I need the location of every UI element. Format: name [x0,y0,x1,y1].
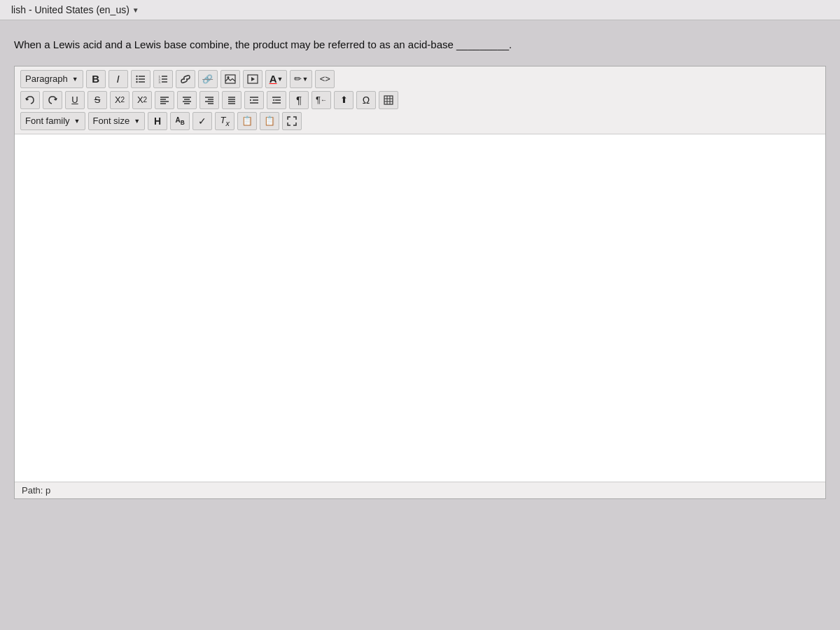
image-icon [225,74,236,84]
language-dropdown-arrow[interactable]: ▼ [132,6,139,14]
toolbar-row-1: Paragraph ▼ B I [19,69,821,89]
language-selector[interactable]: lish - United States (en_us) [11,4,130,15]
formatting-ab-icon: AB [176,116,185,126]
outdent-icon [272,95,281,105]
text-color-arrow: ▼ [276,76,283,83]
superscript-icon: 2 [144,96,148,104]
editor-body[interactable] [15,134,825,498]
font-family-label: Font family [25,115,70,126]
main-content: When a Lewis acid and a Lewis base combi… [0,20,840,510]
justify-icon [227,95,237,105]
question-text: When a Lewis acid and a Lewis base combi… [14,37,826,53]
svg-text:3.: 3. [158,80,160,83]
svg-marker-35 [250,99,252,101]
media-icon [247,74,258,84]
toolbar: Paragraph ▼ B I [15,66,825,134]
media-button[interactable] [243,70,262,88]
svg-point-4 [136,78,137,79]
link-button[interactable] [176,70,195,88]
ordered-list-icon: 1. 2. 3. [158,74,168,84]
clear-format-icon: Tx [220,115,229,127]
check-button[interactable]: ✓ [192,112,212,130]
paragraph-label: Paragraph [25,74,68,84]
pilcrow2-button[interactable]: ¶← [312,91,331,109]
fullscreen-icon [287,116,297,126]
svg-marker-39 [273,99,275,101]
align-center-icon [182,95,192,105]
clear-format-button[interactable]: Tx [215,112,234,130]
svg-marker-15 [251,77,255,81]
align-left-icon [160,95,169,105]
path-bar: Path: p [15,482,825,498]
indent-icon [249,95,259,105]
editor-container: Paragraph ▼ B I [14,66,826,499]
heading-button[interactable]: H [148,112,167,130]
underline-button[interactable]: U [65,91,85,109]
font-family-arrow: ▼ [74,118,80,125]
toolbar-row-3: Font family ▼ Font size ▼ H AB ✓ Tx 📋 📋 [19,111,821,131]
table-icon [384,95,393,105]
omega-button[interactable]: Ω [356,91,376,109]
source-button[interactable]: <> [315,70,335,88]
subscript-icon: 2 [121,96,125,104]
justify-button[interactable] [222,91,241,109]
strikethrough-button[interactable]: S [88,91,107,109]
highlight-arrow: ▼ [302,76,308,83]
indent-button[interactable] [244,91,264,109]
link-icon [180,74,191,84]
paragraph-dropdown[interactable]: Paragraph ▼ [20,70,83,88]
image-button[interactable] [220,70,240,88]
subscript-button[interactable]: X2 [110,91,130,109]
path-text: Path: p [22,485,50,496]
svg-rect-12 [225,75,235,83]
align-right-icon [204,95,214,105]
align-left-button[interactable] [155,91,174,109]
toolbar-row-2: U S X2 X2 [19,90,821,110]
copy-button[interactable]: 📋 [237,112,257,130]
align-center-button[interactable] [177,91,197,109]
outdent-button[interactable] [267,91,286,109]
text-color-button[interactable]: A ▼ [265,70,288,88]
undo-button[interactable] [20,91,40,109]
italic-button[interactable]: I [108,70,128,88]
highlight-icon: ✏ [294,74,302,84]
font-size-label: Font size [93,115,130,126]
text-color-icon: A [270,73,277,85]
unlink-button[interactable]: 🔗 [198,70,218,88]
svg-point-5 [136,80,137,82]
font-size-dropdown[interactable]: Font size ▼ [88,112,146,130]
formatting-button[interactable]: AB [170,112,190,130]
paste-button[interactable]: 📋 [260,112,279,130]
fullscreen-button[interactable] [282,112,302,130]
pilcrow-button[interactable]: ¶ [289,91,309,109]
svg-point-3 [136,75,137,76]
undo-icon [25,95,35,105]
paragraph-arrow: ▼ [72,76,78,83]
redo-button[interactable] [43,91,62,109]
ordered-list-button[interactable]: 1. 2. 3. [153,70,173,88]
top-bar: lish - United States (en_us) ▼ [0,0,840,20]
align-right-button[interactable] [200,91,219,109]
upload-button[interactable]: ⬆ [334,91,354,109]
bold-button[interactable]: B [86,70,106,88]
font-size-arrow: ▼ [134,118,140,125]
svg-rect-40 [384,96,393,104]
table-button[interactable] [379,91,398,109]
superscript-button[interactable]: X2 [132,91,152,109]
font-family-dropdown[interactable]: Font family ▼ [20,112,85,130]
redo-icon [48,95,57,105]
unordered-list-button[interactable] [131,70,150,88]
highlight-button[interactable]: ✏ ▼ [290,70,312,88]
pilcrow2-sub: ← [321,97,327,104]
unordered-list-icon [136,74,146,84]
